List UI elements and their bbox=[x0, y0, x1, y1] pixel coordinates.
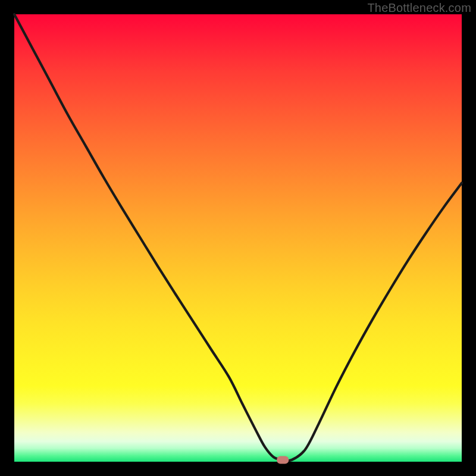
chart-frame: TheBottleneck.com bbox=[0, 0, 476, 476]
bottleneck-curve bbox=[14, 14, 462, 461]
attribution-label: TheBottleneck.com bbox=[367, 1, 471, 15]
plot-area bbox=[14, 14, 462, 462]
valley-marker bbox=[277, 456, 289, 464]
chart-svg bbox=[14, 14, 462, 462]
